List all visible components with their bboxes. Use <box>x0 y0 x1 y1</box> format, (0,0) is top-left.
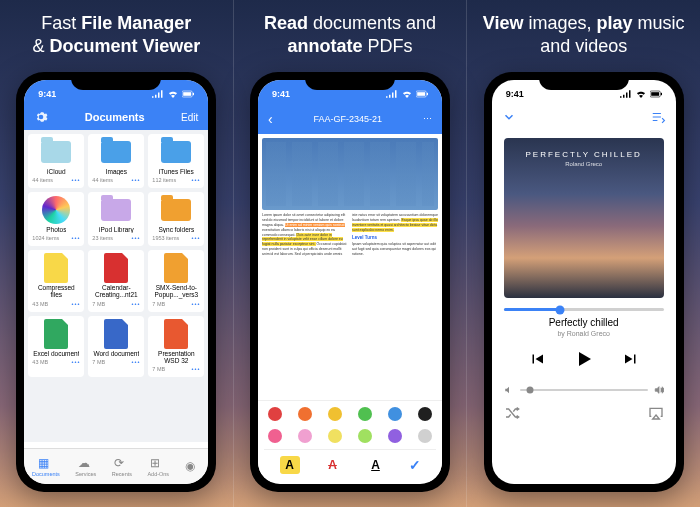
tile-meta: 7 MB <box>92 359 105 365</box>
nav-bar: Documents Edit <box>24 104 208 130</box>
doc-heading: Level Turns <box>352 235 438 241</box>
tab-label: Services <box>75 471 96 477</box>
shuffle-icon[interactable] <box>504 405 520 421</box>
color-swatch[interactable] <box>298 429 312 443</box>
tile-more-icon[interactable]: ••• <box>192 301 201 307</box>
bottom-actions <box>504 405 664 421</box>
color-swatch[interactable] <box>328 429 342 443</box>
tile-more-icon[interactable]: ••• <box>132 301 141 307</box>
file-tile[interactable]: Word document 7 MB••• <box>88 316 144 377</box>
phone-frame-3: 9:41 PERFECTLY CHILLED Roland Greco <box>484 72 684 492</box>
status-time: 9:41 <box>272 89 290 99</box>
text-style-option[interactable]: A <box>366 456 386 474</box>
file-tile[interactable]: Presentation WSD 32 7 MB••• <box>148 316 204 377</box>
tile-icon <box>40 321 72 347</box>
tab-icon: ⟳ <box>114 456 130 470</box>
color-swatch[interactable] <box>418 407 432 421</box>
tile-more-icon[interactable]: ••• <box>192 366 201 372</box>
signal-icon <box>152 90 164 98</box>
tab-documents[interactable]: ▦Documents <box>32 456 60 477</box>
text-style-option[interactable]: A <box>280 456 300 474</box>
airplay-icon[interactable] <box>648 405 664 421</box>
color-swatch[interactable] <box>268 407 282 421</box>
headline-1: Fast File Manager & Document Viewer <box>32 12 200 62</box>
color-swatch[interactable] <box>328 407 342 421</box>
headline-2: Read documents and annotate PDFs <box>240 12 461 62</box>
tile-more-icon[interactable]: ••• <box>132 177 141 183</box>
file-tile[interactable]: iPod Library 23 items••• <box>88 192 144 246</box>
svg-rect-8 <box>660 93 661 95</box>
back-button[interactable]: ‹ <box>268 111 273 127</box>
file-tile[interactable]: Excel document 43 MB••• <box>28 316 84 377</box>
file-tile[interactable]: Photos 1024 items••• <box>28 192 84 246</box>
music-player: PERFECTLY CHILLED Roland Greco Perfectly… <box>492 130 676 429</box>
tile-more-icon[interactable]: ••• <box>72 301 81 307</box>
signal-icon <box>620 90 632 98</box>
tile-icon <box>160 321 192 347</box>
tile-icon <box>40 197 72 223</box>
tile-more-icon[interactable]: ••• <box>192 235 201 241</box>
file-tile[interactable]: Calendar-Creating...nt21 7 MB••• <box>88 250 144 311</box>
playlist-icon[interactable] <box>650 110 666 124</box>
settings-icon[interactable] <box>34 110 48 124</box>
file-tile[interactable]: Sync folders 1953 items••• <box>148 192 204 246</box>
wifi-icon <box>167 90 179 98</box>
doc-text: Lorem ipsum dolor sit amet consectetur a… <box>262 213 438 396</box>
progress-slider[interactable] <box>504 308 664 311</box>
tile-more-icon[interactable]: ••• <box>132 359 141 365</box>
tile-icon <box>100 255 132 281</box>
color-swatch[interactable] <box>358 429 372 443</box>
edit-button[interactable]: Edit <box>181 112 198 123</box>
tab-add-ons[interactable]: ⊞Add-Ons <box>147 456 169 477</box>
color-swatch[interactable] <box>418 429 432 443</box>
tile-icon <box>40 139 72 165</box>
file-tile[interactable]: Images 44 items••• <box>88 134 144 188</box>
color-swatch[interactable] <box>388 429 402 443</box>
album-art: PERFECTLY CHILLED Roland Greco <box>504 138 664 298</box>
color-swatch[interactable] <box>298 407 312 421</box>
next-button[interactable] <box>622 350 640 368</box>
tile-meta: 23 items <box>92 235 113 241</box>
pdf-viewer[interactable]: Lorem ipsum dolor sit amet consectetur a… <box>258 134 442 484</box>
tab-services[interactable]: ☁Services <box>75 456 96 477</box>
tab-recents[interactable]: ⟳Recents <box>112 456 132 477</box>
file-tile[interactable]: iCloud 44 items••• <box>28 134 84 188</box>
color-swatch[interactable] <box>358 407 372 421</box>
tile-name: iCloud <box>47 168 65 175</box>
player-nav <box>492 104 676 130</box>
album-caption: PERFECTLY CHILLED <box>525 150 641 159</box>
volume-slider[interactable] <box>520 389 648 391</box>
text-style-option[interactable]: A <box>323 456 343 474</box>
track-artist: by Ronald Greco <box>504 330 664 337</box>
tile-icon <box>100 139 132 165</box>
tile-meta: 43 MB <box>32 301 48 307</box>
playback-controls <box>504 347 664 371</box>
tile-more-icon[interactable]: ••• <box>72 235 81 241</box>
tile-more-icon[interactable]: ••• <box>192 177 201 183</box>
status-icons <box>386 90 428 98</box>
tab-browser[interactable]: ◉ <box>185 459 201 474</box>
file-tile[interactable]: iTunes Files 112 items••• <box>148 134 204 188</box>
file-tile[interactable]: SMX-Send-to-Popup..._vers3 7 MB••• <box>148 250 204 311</box>
panel-annotate: Read documents and annotate PDFs 9:41 ‹ … <box>233 0 467 507</box>
tile-more-icon[interactable]: ••• <box>72 359 81 365</box>
battery-icon <box>182 90 194 98</box>
tile-icon <box>160 197 192 223</box>
play-button[interactable] <box>572 347 596 371</box>
color-swatch[interactable] <box>388 407 402 421</box>
confirm-icon[interactable]: ✓ <box>409 457 421 473</box>
signal-icon <box>386 90 398 98</box>
tile-meta: 112 items <box>152 177 176 183</box>
tile-more-icon[interactable]: ••• <box>72 177 81 183</box>
color-swatch[interactable] <box>268 429 282 443</box>
previous-button[interactable] <box>528 350 546 368</box>
app-store-promo: Fast File Manager & Document Viewer 9:41… <box>0 0 700 507</box>
tab-bar: ▦Documents☁Services⟳Recents⊞Add-Ons◉ <box>24 448 208 484</box>
file-tile[interactable]: Compressed files 43 MB••• <box>28 250 84 311</box>
doc-menu-button[interactable]: ⋯ <box>423 114 432 124</box>
doc-title: FAA-GF-2345-21 <box>314 114 383 124</box>
chevron-down-icon[interactable] <box>502 110 516 124</box>
tile-more-icon[interactable]: ••• <box>132 235 141 241</box>
notch <box>305 72 395 90</box>
tile-name: Calendar-Creating...nt21 <box>92 284 140 298</box>
